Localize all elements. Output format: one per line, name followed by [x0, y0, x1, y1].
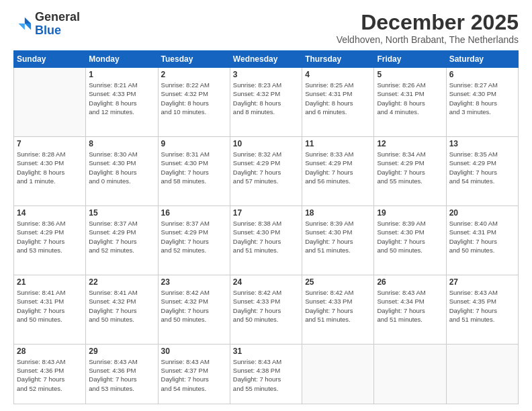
day-info: Sunrise: 8:43 AMSunset: 4:36 PMDaylight:… — [17, 357, 83, 393]
day-cell: 7Sunrise: 8:28 AMSunset: 4:30 PMDaylight… — [14, 137, 86, 206]
day-number: 12 — [377, 139, 443, 148]
day-cell: 16Sunrise: 8:37 AMSunset: 4:29 PMDayligh… — [158, 206, 230, 275]
day-cell: 3Sunrise: 8:23 AMSunset: 4:32 PMDaylight… — [230, 68, 302, 137]
day-number: 6 — [449, 70, 515, 79]
day-cell: 6Sunrise: 8:27 AMSunset: 4:30 PMDaylight… — [446, 68, 518, 137]
week-row-3: 21Sunrise: 8:41 AMSunset: 4:31 PMDayligh… — [14, 275, 519, 344]
day-info: Sunrise: 8:32 AMSunset: 4:29 PMDaylight:… — [233, 150, 299, 185]
logo-general: General — [35, 10, 80, 24]
day-cell: 9Sunrise: 8:31 AMSunset: 4:30 PMDaylight… — [158, 137, 230, 206]
day-cell: 15Sunrise: 8:37 AMSunset: 4:29 PMDayligh… — [86, 206, 158, 275]
day-cell — [374, 344, 446, 404]
day-cell — [14, 68, 86, 137]
day-cell: 26Sunrise: 8:43 AMSunset: 4:34 PMDayligh… — [374, 275, 446, 344]
week-row-2: 14Sunrise: 8:36 AMSunset: 4:29 PMDayligh… — [14, 206, 519, 275]
day-cell — [446, 344, 518, 404]
title-block: December 2025 Veldhoven, North Brabant, … — [337, 11, 519, 45]
day-number: 7 — [17, 139, 83, 148]
day-info: Sunrise: 8:30 AMSunset: 4:30 PMDaylight:… — [89, 150, 154, 185]
day-number: 1 — [89, 70, 154, 79]
header: General Blue December 2025 Veldhoven, No… — [13, 11, 519, 45]
day-cell: 18Sunrise: 8:39 AMSunset: 4:30 PMDayligh… — [302, 206, 374, 275]
day-number: 15 — [89, 208, 154, 218]
day-cell: 14Sunrise: 8:36 AMSunset: 4:29 PMDayligh… — [14, 206, 86, 275]
week-row-1: 7Sunrise: 8:28 AMSunset: 4:30 PMDaylight… — [14, 137, 519, 206]
day-cell: 11Sunrise: 8:33 AMSunset: 4:29 PMDayligh… — [302, 137, 374, 206]
day-info: Sunrise: 8:36 AMSunset: 4:29 PMDaylight:… — [17, 219, 83, 255]
day-info: Sunrise: 8:28 AMSunset: 4:30 PMDaylight:… — [17, 150, 83, 185]
svg-marker-0 — [25, 17, 31, 24]
day-number: 4 — [305, 70, 371, 79]
day-info: Sunrise: 8:38 AMSunset: 4:30 PMDaylight:… — [233, 219, 299, 255]
day-info: Sunrise: 8:33 AMSunset: 4:29 PMDaylight:… — [305, 150, 371, 185]
day-info: Sunrise: 8:42 AMSunset: 4:32 PMDaylight:… — [161, 288, 227, 324]
day-cell: 13Sunrise: 8:35 AMSunset: 4:29 PMDayligh… — [446, 137, 518, 206]
day-info: Sunrise: 8:31 AMSunset: 4:30 PMDaylight:… — [161, 150, 227, 185]
header-thursday: Thursday — [302, 51, 374, 68]
day-cell: 30Sunrise: 8:43 AMSunset: 4:37 PMDayligh… — [158, 344, 230, 404]
day-number: 2 — [161, 70, 227, 79]
day-cell: 8Sunrise: 8:30 AMSunset: 4:30 PMDaylight… — [86, 137, 158, 206]
day-number: 24 — [233, 277, 299, 287]
day-info: Sunrise: 8:43 AMSunset: 4:37 PMDaylight:… — [161, 357, 227, 393]
day-cell: 24Sunrise: 8:42 AMSunset: 4:33 PMDayligh… — [230, 275, 302, 344]
day-number: 30 — [161, 347, 227, 356]
header-wednesday: Wednesday — [230, 51, 302, 68]
day-cell: 22Sunrise: 8:41 AMSunset: 4:32 PMDayligh… — [86, 275, 158, 344]
day-number: 23 — [161, 277, 227, 287]
day-info: Sunrise: 8:25 AMSunset: 4:31 PMDaylight:… — [305, 81, 371, 116]
day-info: Sunrise: 8:23 AMSunset: 4:32 PMDaylight:… — [233, 81, 299, 116]
day-number: 31 — [233, 347, 299, 356]
day-info: Sunrise: 8:27 AMSunset: 4:30 PMDaylight:… — [449, 81, 515, 116]
day-info: Sunrise: 8:34 AMSunset: 4:29 PMDaylight:… — [377, 150, 443, 185]
day-info: Sunrise: 8:37 AMSunset: 4:29 PMDaylight:… — [89, 219, 154, 255]
day-cell: 1Sunrise: 8:21 AMSunset: 4:33 PMDaylight… — [86, 68, 158, 137]
day-number: 8 — [89, 139, 154, 148]
month-title: December 2025 — [337, 11, 519, 34]
day-cell: 21Sunrise: 8:41 AMSunset: 4:31 PMDayligh… — [14, 275, 86, 344]
day-info: Sunrise: 8:43 AMSunset: 4:38 PMDaylight:… — [233, 357, 299, 393]
day-number: 18 — [305, 208, 371, 218]
svg-marker-1 — [25, 24, 31, 30]
day-number: 3 — [233, 70, 299, 79]
day-cell — [302, 344, 374, 404]
day-info: Sunrise: 8:43 AMSunset: 4:34 PMDaylight:… — [377, 288, 443, 324]
day-info: Sunrise: 8:22 AMSunset: 4:32 PMDaylight:… — [161, 81, 227, 116]
day-number: 25 — [305, 277, 371, 287]
day-cell: 10Sunrise: 8:32 AMSunset: 4:29 PMDayligh… — [230, 137, 302, 206]
logo: General Blue — [13, 11, 80, 38]
day-info: Sunrise: 8:39 AMSunset: 4:30 PMDaylight:… — [377, 219, 443, 255]
calendar-page: General Blue December 2025 Veldhoven, No… — [0, 0, 532, 411]
day-cell: 25Sunrise: 8:42 AMSunset: 4:33 PMDayligh… — [302, 275, 374, 344]
day-info: Sunrise: 8:26 AMSunset: 4:31 PMDaylight:… — [377, 81, 443, 116]
day-cell: 28Sunrise: 8:43 AMSunset: 4:36 PMDayligh… — [14, 344, 86, 404]
day-number: 20 — [449, 208, 515, 218]
day-info: Sunrise: 8:41 AMSunset: 4:32 PMDaylight:… — [89, 288, 154, 324]
header-sunday: Sunday — [14, 51, 86, 68]
day-cell: 2Sunrise: 8:22 AMSunset: 4:32 PMDaylight… — [158, 68, 230, 137]
week-row-0: 1Sunrise: 8:21 AMSunset: 4:33 PMDaylight… — [14, 68, 519, 137]
logo-icon — [13, 15, 32, 34]
logo-text: General Blue — [35, 11, 80, 38]
day-info: Sunrise: 8:43 AMSunset: 4:35 PMDaylight:… — [449, 288, 515, 324]
day-number: 22 — [89, 277, 154, 287]
day-info: Sunrise: 8:35 AMSunset: 4:29 PMDaylight:… — [449, 150, 515, 185]
calendar-table: Sunday Monday Tuesday Wednesday Thursday… — [13, 50, 519, 404]
day-cell: 20Sunrise: 8:40 AMSunset: 4:31 PMDayligh… — [446, 206, 518, 275]
day-number: 26 — [377, 277, 443, 287]
day-number: 13 — [449, 139, 515, 148]
day-cell: 23Sunrise: 8:42 AMSunset: 4:32 PMDayligh… — [158, 275, 230, 344]
day-cell: 19Sunrise: 8:39 AMSunset: 4:30 PMDayligh… — [374, 206, 446, 275]
day-cell: 5Sunrise: 8:26 AMSunset: 4:31 PMDaylight… — [374, 68, 446, 137]
day-cell: 29Sunrise: 8:43 AMSunset: 4:36 PMDayligh… — [86, 344, 158, 404]
day-number: 16 — [161, 208, 227, 218]
header-friday: Friday — [374, 51, 446, 68]
header-monday: Monday — [86, 51, 158, 68]
day-info: Sunrise: 8:39 AMSunset: 4:30 PMDaylight:… — [305, 219, 371, 255]
day-info: Sunrise: 8:40 AMSunset: 4:31 PMDaylight:… — [449, 219, 515, 255]
day-info: Sunrise: 8:42 AMSunset: 4:33 PMDaylight:… — [233, 288, 299, 324]
day-info: Sunrise: 8:37 AMSunset: 4:29 PMDaylight:… — [161, 219, 227, 255]
day-info: Sunrise: 8:21 AMSunset: 4:33 PMDaylight:… — [89, 81, 154, 116]
day-number: 19 — [377, 208, 443, 218]
day-info: Sunrise: 8:42 AMSunset: 4:33 PMDaylight:… — [305, 288, 371, 324]
